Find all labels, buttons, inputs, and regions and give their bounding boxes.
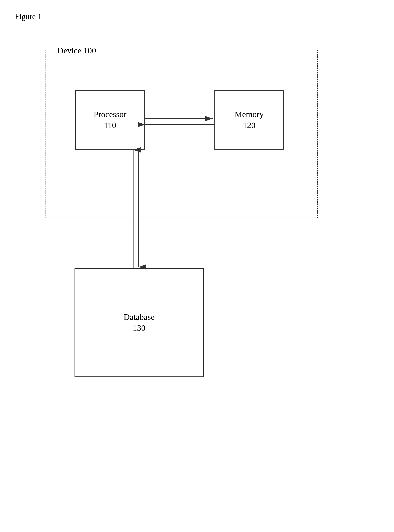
database-box: Database 130 <box>75 268 204 377</box>
database-name: Database <box>124 312 155 323</box>
device-label: Device 100 <box>55 46 98 55</box>
memory-box: Memory 120 <box>214 90 284 150</box>
processor-number: 110 <box>104 120 116 131</box>
database-number: 130 <box>133 323 146 333</box>
device-box: Device 100 Processor 110 Memory 120 <box>45 50 318 218</box>
processor-name: Processor <box>94 109 126 120</box>
memory-number: 120 <box>243 120 256 131</box>
processor-box: Processor 110 <box>75 90 145 150</box>
figure-label: Figure 1 <box>15 12 42 21</box>
diagram-container: Device 100 Processor 110 Memory 120 Data… <box>45 50 348 471</box>
memory-name: Memory <box>235 109 264 120</box>
